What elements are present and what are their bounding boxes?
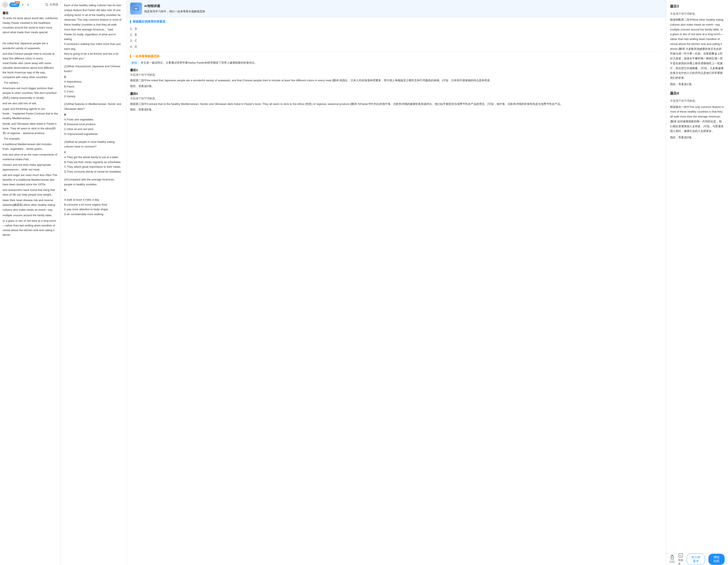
question-4: (4)Compared with the average American, p… [64, 177, 123, 217]
section-title: 题目 [0, 10, 60, 16]
svg-rect-9 [672, 555, 673, 556]
q3-type: 本题属于细节理解题。 [670, 11, 724, 16]
ai-avatar [130, 3, 142, 14]
question-4-analysis: 题目4 本题属于细节理解题。 根据最后一段中The only common fe… [670, 90, 724, 140]
result-tab-3[interactable]: 3 [26, 3, 30, 7]
ai-header-text: AI智能讲题 我是英语学习助手，我们一起来看看本题解题思路 [144, 3, 205, 14]
svg-rect-4 [136, 8, 137, 9]
wrong-book-label: 错题本 [678, 558, 683, 565]
q2-conclusion: 因此，答案选B项。 [130, 108, 663, 112]
q2-label: 题目2 [130, 92, 663, 96]
q3-title: 题目3 [670, 3, 724, 10]
q1-conclusion: 因此，答案选D项。 [130, 84, 663, 88]
nav-back-icon[interactable]: ← [2, 2, 8, 8]
print-icon [670, 555, 675, 560]
answer-list: 1、D 2、B 3、C 4、D [130, 26, 663, 50]
top-bar: ← 结果1 视频 2 3 全网搜 [0, 0, 60, 10]
question-1: (1)What characterizes Japanese and Chine… [64, 64, 123, 99]
divider-1 [130, 51, 663, 52]
q3-analysis: 根据倒数第二段中Most other healthy eating cultur… [670, 17, 724, 80]
svg-point-7 [136, 6, 137, 6]
q4-title: 题目4 [670, 90, 724, 97]
svg-rect-11 [679, 554, 683, 557]
print-label: 打印 [670, 560, 675, 564]
q3-conclusion: 因此，答案选C项。 [670, 82, 724, 87]
left-panel: ← 结果1 视频 2 3 全网搜 题目 To write his book ab… [0, 0, 61, 565]
analysis-intro: 本文是一篇说明文。主要通过营养学家Harley Paster的研究阐述了世界上健… [141, 61, 257, 64]
result-tab-2[interactable]: 2 [21, 3, 25, 7]
ai-panel: AI智能讲题 我是英语学习助手，我们一起来看看本题解题思路 根据题目我推荐的答案… [127, 0, 666, 565]
question-3: (3)What do people in most healthy eating… [64, 140, 123, 174]
svg-rect-3 [135, 8, 136, 9]
global-search-button[interactable]: 全网搜 [45, 3, 58, 7]
left-content: To write his book about world diet, nutr… [0, 16, 60, 565]
recommended-title: 根据题目我推荐的答案是 [130, 20, 663, 24]
analysis-tag: 解读 [130, 61, 139, 65]
q4-type: 本题属于细节理解题。 [670, 98, 724, 103]
q4-conclusion: 因此，答案选D项。 [670, 135, 724, 140]
q4-analysis: 根据最后一段中The only common feature in most o… [670, 105, 724, 134]
middle-panel: Each of the healthy eating cultures has … [61, 0, 127, 565]
q2-analysis: 根据第三段中Contrast that to the healthy Medit… [130, 102, 663, 107]
question-2-analysis: 题目2 本题属于细节理解题。 根据第三段中Contrast that to th… [130, 92, 663, 112]
q1-label: 题目1 [130, 68, 663, 72]
svg-line-1 [47, 5, 48, 6]
far-right-panel: 题目3 本题属于细节理解题。 根据倒数第二段中Most other health… [666, 0, 728, 565]
ai-greeting: 我是英语学习助手，我们一起来看看本题解题思路 [144, 9, 205, 14]
wrong-book-icon [678, 553, 683, 558]
svg-point-10 [673, 557, 674, 557]
question-2: (2)What features in Mediterranean, Nordi… [64, 102, 123, 136]
wrong-book-action[interactable]: 错题本 [678, 553, 683, 565]
answer-item-3: 3、C [130, 38, 663, 44]
result-tab-1[interactable]: 结果1 视频 [9, 3, 19, 7]
question-1-analysis: 题目1 本题属于细节理解题。 根据第二段中He noted that Japan… [130, 68, 663, 88]
far-right-content: 题目3 本题属于细节理解题。 根据倒数第二段中Most other health… [666, 0, 728, 553]
solution-title: 一起来看看解题思路 [130, 55, 663, 58]
join-wrong-button[interactable]: 加入错题本 [687, 554, 705, 565]
q2-type: 本题属于细节理解题。 [130, 97, 663, 101]
middle-content: Each of the healthy eating cultures has … [61, 0, 127, 565]
analysis-intro-block: 解读 本文是一篇说明文。主要通过营养学家Harley Paster的研究阐述了世… [130, 60, 663, 65]
answer-item-2: 2、B [130, 32, 663, 38]
bottom-bar: 打印 错题本 加入错题本 继续拍照 [666, 553, 728, 565]
q1-analysis: 根据第二段中He noted that Japanese people ate … [130, 78, 663, 83]
question-3-analysis: 题目3 本题属于细节理解题。 根据倒数第二段中Most other health… [670, 3, 724, 87]
answer-item-4: 4、D [130, 44, 663, 50]
svg-rect-8 [671, 558, 673, 559]
ai-title: AI智能讲题 [144, 3, 205, 9]
video-tag: 视频 [15, 1, 20, 4]
q1-type: 本题属于细节理解题。 [130, 73, 663, 77]
robot-icon [132, 4, 140, 13]
ai-section: 根据题目我推荐的答案是 1、D 2、B 3、C 4、D 一起来看看解题思路 解读… [127, 17, 666, 565]
search-icon [45, 3, 49, 6]
print-action[interactable]: 打印 [670, 555, 675, 564]
answer-item-1: 1、D [130, 26, 663, 32]
svg-rect-5 [135, 10, 137, 10]
ai-header: AI智能讲题 我是英语学习助手，我们一起来看看本题解题思路 [127, 0, 666, 17]
continue-shoot-button[interactable]: 继续拍照 [708, 554, 725, 565]
